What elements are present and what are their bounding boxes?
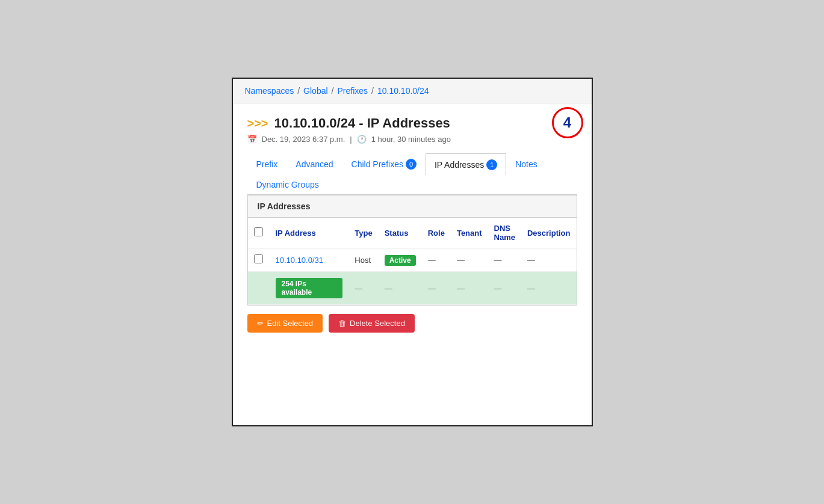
ip-addresses-table: IP Address Type Status Role Tenant DNSNa…: [248, 218, 577, 305]
avail-col-6: —: [488, 272, 521, 305]
meta-row: 📅 Dec. 19, 2023 6:37 p.m. | 🕐 1 hour, 30…: [247, 135, 577, 144]
col-ip-address: IP Address: [270, 218, 349, 248]
avail-col-4: —: [422, 272, 451, 305]
row-checkbox-cell: [248, 248, 270, 272]
ip-address-link[interactable]: 10.10.10.0/31: [276, 256, 324, 265]
tab-dynamic-groups-label: Dynamic Groups: [256, 180, 319, 189]
main-content: >>> 10.10.10.0/24 - IP Addresses 4 📅 Dec…: [233, 103, 592, 349]
row-checkbox[interactable]: [254, 254, 263, 263]
section-title: IP Addresses: [248, 195, 577, 218]
breadcrumb-sep-1: /: [297, 86, 300, 96]
table-header-row: IP Address Type Status Role Tenant DNSNa…: [248, 218, 577, 248]
clock-icon: 🕐: [357, 135, 367, 144]
status-badge: Active: [385, 255, 416, 266]
col-checkbox: [248, 218, 270, 248]
edit-selected-button[interactable]: ✏ Edit Selected: [247, 314, 323, 333]
col-description: Description: [521, 218, 577, 248]
meta-time-ago: 1 hour, 30 minutes ago: [371, 135, 451, 144]
page-arrows-icon: >>>: [247, 117, 268, 131]
breadcrumb-sep-2: /: [332, 86, 334, 96]
breadcrumb-prefixes[interactable]: Prefixes: [337, 86, 368, 96]
select-all-checkbox[interactable]: [254, 227, 263, 236]
avail-col-7: —: [521, 272, 577, 305]
avail-col-5: —: [451, 272, 488, 305]
col-tenant: Tenant: [451, 218, 488, 248]
row-type: Host: [348, 248, 378, 272]
row-dns-name: —: [488, 248, 521, 272]
avail-col-3: —: [379, 272, 422, 305]
page-header: >>> 10.10.10.0/24 - IP Addresses 4: [247, 115, 577, 131]
tab-ip-addresses[interactable]: IP Addresses 1: [426, 153, 506, 175]
available-badge: 254 IPs available: [276, 278, 343, 298]
row-ip-address: 10.10.10.0/31: [270, 248, 349, 272]
ip-addresses-section: IP Addresses IP Address Type Status Role…: [247, 195, 577, 306]
meta-sep: |: [350, 135, 352, 144]
breadcrumb-sep-3: /: [371, 86, 374, 96]
edit-icon: ✏: [257, 319, 264, 328]
main-window: Namespaces / Global / Prefixes / 10.10.1…: [232, 78, 593, 426]
col-role: Role: [422, 218, 451, 248]
meta-date: Dec. 19, 2023 6:37 p.m.: [262, 135, 345, 144]
delete-selected-button[interactable]: 🗑 Delete Selected: [329, 314, 415, 333]
calendar-icon: 📅: [247, 135, 257, 144]
table-row: 10.10.10.0/31 Host Active — — — —: [248, 248, 577, 272]
edit-button-label: Edit Selected: [267, 319, 314, 328]
child-prefixes-badge: 0: [406, 159, 417, 170]
breadcrumb-global[interactable]: Global: [303, 86, 327, 96]
col-type: Type: [348, 218, 378, 248]
row-status: Active: [379, 248, 422, 272]
tab-prefix-label: Prefix: [256, 159, 278, 169]
tab-child-prefixes[interactable]: Child Prefixes 0: [342, 153, 426, 174]
delete-button-label: Delete Selected: [350, 319, 405, 328]
badge-circle: 4: [552, 107, 583, 138]
avail-empty: [248, 272, 270, 305]
avail-badge-cell: 254 IPs available: [270, 272, 349, 305]
tab-notes-label: Notes: [515, 159, 537, 169]
actions-row: ✏ Edit Selected 🗑 Delete Selected: [247, 306, 577, 335]
breadcrumb-prefix-detail[interactable]: 10.10.10.0/24: [377, 86, 429, 96]
tab-notes[interactable]: Notes: [506, 153, 547, 174]
tabs: Prefix Advanced Child Prefixes 0 IP Addr…: [247, 153, 577, 195]
table-wrap: IP Address Type Status Role Tenant DNSNa…: [248, 218, 577, 305]
ip-addresses-badge: 1: [486, 159, 497, 170]
avail-col-2: —: [348, 272, 378, 305]
tab-advanced-label: Advanced: [296, 159, 333, 169]
tab-advanced[interactable]: Advanced: [287, 153, 342, 174]
page-title: 10.10.10.0/24 - IP Addresses: [274, 115, 450, 131]
tab-ip-addresses-label: IP Addresses: [435, 160, 484, 170]
badge-number: 4: [563, 114, 571, 131]
col-dns-name: DNSName: [488, 218, 521, 248]
col-status: Status: [379, 218, 422, 248]
row-role: —: [422, 248, 451, 272]
tab-dynamic-groups[interactable]: Dynamic Groups: [247, 174, 328, 194]
row-description: —: [521, 248, 577, 272]
available-row: 254 IPs available — — — — — —: [248, 272, 577, 305]
breadcrumb-namespaces[interactable]: Namespaces: [245, 86, 294, 96]
delete-icon: 🗑: [338, 319, 346, 328]
row-tenant: —: [451, 248, 488, 272]
breadcrumb: Namespaces / Global / Prefixes / 10.10.1…: [233, 79, 592, 103]
tab-child-prefixes-label: Child Prefixes: [352, 159, 403, 169]
tab-prefix[interactable]: Prefix: [247, 153, 287, 174]
